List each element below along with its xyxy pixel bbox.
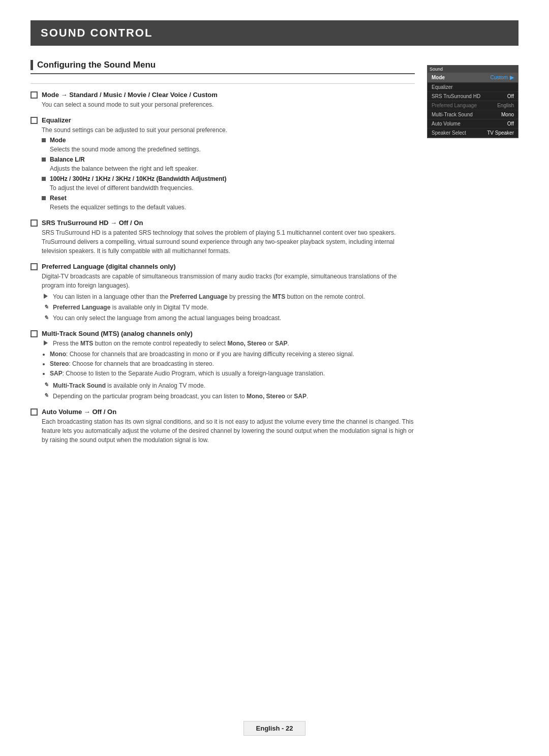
- main-content: Configuring the Sound Menu Mode → Standa…: [30, 60, 518, 452]
- menu-row-preferred-language: Preferred Language English: [428, 101, 518, 110]
- sub-item-reset: Reset Resets the equalizer settings to t…: [42, 195, 415, 212]
- item-equalizer-label: Equalizer: [42, 116, 71, 124]
- note-multi-track-memo-2-text: Depending on the particular program bein…: [53, 392, 308, 401]
- menu-row-auto-volume-value: Off: [507, 121, 514, 127]
- menu-row-mode: Mode Custom ▶: [428, 73, 518, 83]
- section-title: Configuring the Sound Menu: [30, 60, 415, 74]
- square-bullet-reset: [42, 196, 46, 200]
- menu-row-preferred-language-label: Preferred Language: [432, 103, 477, 108]
- menu-row-auto-volume-label: Auto Volume: [432, 121, 461, 127]
- menu-row-multi-track-value: Mono: [501, 112, 514, 117]
- square-bullet-bandwidth: [42, 177, 46, 181]
- menu-panel: Sound Mode Custom ▶ Equalizer SRS TruSur…: [427, 65, 518, 138]
- item-srs-heading: SRS TruSurround HD → Off / On: [30, 219, 415, 227]
- checkbox-icon-multi-track: [30, 330, 38, 337]
- item-preferred-language-label: Preferred Language (digital channels onl…: [42, 263, 176, 270]
- menu-row-multi-track: Multi-Track Sound Mono: [428, 110, 518, 119]
- section-divider: [30, 83, 415, 84]
- item-multi-track: Multi-Track Sound (MTS) (analog channels…: [30, 330, 415, 401]
- play-icon-mts: [42, 339, 50, 347]
- menu-row-srs-label: SRS TruSurround HD: [432, 93, 480, 99]
- sub-item-balance-heading: Balance L/R: [42, 156, 415, 163]
- item-srs-desc: SRS TruSurround HD is a patented SRS tec…: [42, 228, 415, 256]
- content-right: Sound Mode Custom ▶ Equalizer SRS TruSur…: [427, 60, 518, 452]
- note-multi-track-memo-1-text: Multi-Track Sound is available only in A…: [53, 381, 205, 390]
- note-multi-track-play: Press the MTS button on the remote contr…: [42, 339, 415, 348]
- menu-row-srs-value: Off: [507, 93, 514, 99]
- sub-item-bandwidth-desc: To adjust the level of different bandwid…: [50, 183, 415, 193]
- menu-row-equalizer: Equalizer: [428, 83, 518, 92]
- memo-icon-1: ✎: [42, 303, 50, 311]
- section-title-text: Configuring the Sound Menu: [37, 60, 156, 70]
- sub-item-mode-label: Mode: [50, 137, 66, 144]
- bullet-stereo: Stereo: Choose for channels that are bro…: [50, 359, 415, 369]
- menu-row-mode-value: Custom: [491, 75, 508, 80]
- item-multi-track-label: Multi-Track Sound (MTS) (analog channels…: [42, 330, 193, 337]
- item-mode-label: Mode → Standard / Music / Movie / Clear …: [42, 91, 218, 99]
- menu-row-mode-arrow: ▶: [510, 74, 514, 81]
- item-mode: Mode → Standard / Music / Movie / Clear …: [30, 91, 415, 109]
- menu-row-speaker-select: Speaker Select TV Speaker: [428, 129, 518, 138]
- page-title: SOUND CONTROL: [41, 26, 508, 40]
- menu-row-mode-spacer: Custom ▶: [491, 74, 514, 81]
- page-header: SOUND CONTROL: [30, 20, 518, 46]
- menu-row-speaker-select-label: Speaker Select: [432, 130, 466, 136]
- note-preferred-language-1: You can listen in a language other than …: [42, 292, 415, 301]
- sub-item-reset-label: Reset: [50, 195, 67, 202]
- item-preferred-language: Preferred Language (digital channels onl…: [30, 263, 415, 323]
- note-preferred-language-3: ✎ You can only select the language from …: [42, 313, 415, 323]
- sub-item-reset-desc: Resets the equalizer settings to the def…: [50, 203, 415, 212]
- menu-top-bar-label: Sound: [430, 67, 443, 72]
- item-auto-volume-heading: Auto Volume → Off / On: [30, 408, 415, 416]
- item-auto-volume-desc: Each broadcasting station has its own si…: [42, 417, 415, 445]
- sub-item-balance: Balance L/R Adjusts the balance between …: [42, 156, 415, 173]
- item-srs: SRS TruSurround HD → Off / On SRS TruSur…: [30, 219, 415, 256]
- menu-row-preferred-language-value: English: [497, 103, 514, 108]
- item-srs-label: SRS TruSurround HD → Off / On: [42, 219, 143, 227]
- sub-item-bandwidth-heading: 100Hz / 300Hz / 1KHz / 3KHz / 10KHz (Ban…: [42, 175, 415, 182]
- memo-icon-2: ✎: [42, 313, 50, 322]
- item-preferred-language-heading: Preferred Language (digital channels onl…: [30, 263, 415, 270]
- sub-item-bandwidth-label: 100Hz / 300Hz / 1KHz / 3KHz / 10KHz (Ban…: [50, 175, 227, 182]
- note-preferred-language-2-text: Preferred Language is available only in …: [53, 303, 208, 312]
- item-multi-track-heading: Multi-Track Sound (MTS) (analog channels…: [30, 330, 415, 337]
- sub-item-mode: Mode Selects the sound mode among the pr…: [42, 137, 415, 154]
- note-preferred-language-2: ✎ Preferred Language is available only i…: [42, 303, 415, 312]
- checkbox-icon-preferred-language: [30, 263, 38, 270]
- item-auto-volume-label: Auto Volume → Off / On: [42, 408, 116, 416]
- menu-row-equalizer-label: Equalizer: [432, 84, 453, 90]
- item-equalizer-heading: Equalizer: [30, 116, 415, 124]
- note-multi-track-memo-1: ✎ Multi-Track Sound is available only in…: [42, 381, 415, 390]
- footer-label: English - 22: [243, 721, 306, 736]
- item-auto-volume: Auto Volume → Off / On Each broadcasting…: [30, 408, 415, 445]
- item-mode-desc: You can select a sound mode to suit your…: [42, 100, 415, 109]
- sub-item-reset-heading: Reset: [42, 195, 415, 202]
- menu-row-auto-volume: Auto Volume Off: [428, 119, 518, 129]
- item-equalizer: Equalizer The sound settings can be adju…: [30, 116, 415, 212]
- bullet-sap: SAP: Choose to listen to the Separate Au…: [50, 369, 415, 379]
- footer: English - 22: [0, 721, 549, 736]
- menu-row-multi-track-label: Multi-Track Sound: [432, 112, 473, 117]
- checkbox-icon-auto-volume: [30, 408, 38, 416]
- note-preferred-language-1-text: You can listen in a language other than …: [53, 292, 365, 301]
- menu-top-bar: Sound: [428, 66, 518, 73]
- sub-item-balance-desc: Adjusts the balance between the right an…: [50, 164, 415, 173]
- checkbox-icon-srs: [30, 219, 38, 227]
- content-left: Configuring the Sound Menu Mode → Standa…: [30, 60, 415, 452]
- sub-item-mode-heading: Mode: [42, 137, 415, 144]
- note-multi-track-play-text: Press the MTS button on the remote contr…: [53, 339, 289, 348]
- multi-track-bullet-list: Mono: Choose for channels that are broad…: [50, 350, 415, 379]
- square-bullet-balance: [42, 158, 46, 162]
- item-preferred-language-desc: Digital-TV broadcasts are capable of sim…: [42, 272, 415, 290]
- menu-row-mode-label: Mode: [432, 75, 445, 80]
- memo-icon-mts-1: ✎: [42, 381, 50, 389]
- square-bullet-mode: [42, 138, 46, 142]
- sub-item-balance-label: Balance L/R: [50, 156, 85, 163]
- item-mode-heading: Mode → Standard / Music / Movie / Clear …: [30, 91, 415, 99]
- play-icon-1: [42, 292, 50, 300]
- menu-row-srs: SRS TruSurround HD Off: [428, 92, 518, 101]
- checkbox-icon-mode: [30, 91, 38, 99]
- sub-item-bandwidth: 100Hz / 300Hz / 1KHz / 3KHz / 10KHz (Ban…: [42, 175, 415, 193]
- note-preferred-language-3-text: You can only select the language from am…: [53, 313, 281, 323]
- item-equalizer-desc: The sound settings can be adjusted to su…: [42, 125, 415, 135]
